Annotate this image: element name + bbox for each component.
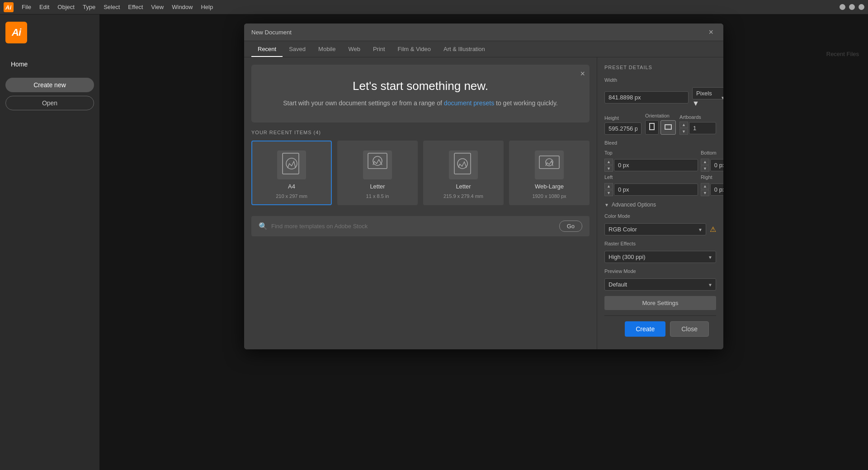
hero-title: Let's start something new. <box>262 79 579 93</box>
tab-recent[interactable]: Recent <box>251 41 283 57</box>
recent-item-size-letter-1: 11 x 8.5 in <box>366 193 389 199</box>
portrait-button[interactable] <box>645 120 659 135</box>
hero-subtitle-text-before: Start with your own document settings or… <box>283 99 444 107</box>
menu-view[interactable]: View <box>147 2 167 12</box>
menu-bar: Ai File Edit Object Type Select Effect V… <box>0 0 868 14</box>
sidebar-nav: Home <box>5 58 94 70</box>
tab-art-illustration[interactable]: Art & Illustration <box>437 41 491 57</box>
tab-web[interactable]: Web <box>342 41 367 57</box>
color-mode-select[interactable]: RGB Color CMYK Color <box>604 223 706 235</box>
ai-logo: Ai <box>5 22 27 43</box>
bleed-right-up[interactable]: ▲ <box>701 183 709 189</box>
bleed-left-up[interactable]: ▲ <box>604 183 613 189</box>
tab-saved[interactable]: Saved <box>283 41 312 57</box>
bleed-top-label: Top <box>604 150 698 155</box>
bleed-grid: Top ▲ ▼ Bottom <box>604 150 716 196</box>
tab-film-video[interactable]: Film & Video <box>392 41 437 57</box>
color-mode-row: RGB Color CMYK Color ⚠ <box>604 223 716 235</box>
recent-item-name-web-large: Web-Large <box>535 183 564 190</box>
bleed-top-down[interactable]: ▼ <box>604 165 613 172</box>
menu-select[interactable]: Select <box>100 2 123 12</box>
sidebar-item-home[interactable]: Home <box>5 58 94 70</box>
bleed-right-input[interactable] <box>710 183 723 196</box>
raster-effects-select-wrapper: High (300 ppi) Medium (150 ppi) Low (72 … <box>604 251 716 263</box>
menu-window[interactable]: Window <box>168 2 196 12</box>
bleed-label: Bleed <box>604 140 716 146</box>
restore-button[interactable] <box>849 4 855 10</box>
unit-select[interactable]: Pixels Inches Millimeters Points <box>692 87 723 99</box>
search-section: 🔍 Go <box>251 216 590 236</box>
bleed-top-input[interactable] <box>614 159 698 171</box>
window-controls <box>840 4 864 10</box>
menu-help[interactable]: Help <box>197 2 217 12</box>
main-area: Recent Files New Document × Recent Saved… <box>99 14 868 470</box>
bleed-top-up[interactable]: ▲ <box>604 159 613 165</box>
open-button[interactable]: Open <box>5 96 94 110</box>
height-input[interactable] <box>604 122 642 135</box>
raster-effects-label: Raster Effects <box>604 241 716 246</box>
more-settings-button[interactable]: More Settings <box>604 296 716 310</box>
document-presets-link[interactable]: document presets <box>444 99 494 107</box>
hero-section: × Let's start something new. Start with … <box>251 65 590 122</box>
hero-close-button[interactable]: × <box>580 69 585 79</box>
recent-item-a4[interactable]: A4 210 x 297 mm <box>251 141 332 205</box>
artboards-down-button[interactable]: ▼ <box>679 128 688 135</box>
preview-mode-select[interactable]: Default Pixel Overprint <box>604 278 716 291</box>
artboards-input[interactable] <box>689 122 716 134</box>
menu-object[interactable]: Object <box>54 2 78 12</box>
bleed-bottom-input[interactable] <box>710 159 723 171</box>
orientation-label: Orientation <box>645 113 676 118</box>
dialog-footer: Create Close <box>604 315 716 342</box>
svg-rect-6 <box>454 153 471 174</box>
recent-item-icon-letter-2 <box>449 150 478 179</box>
bleed-left-down[interactable]: ▼ <box>604 190 613 196</box>
hero-subtitle-text-after: to get working quickly. <box>494 99 558 107</box>
portrait-icon <box>649 123 655 130</box>
bleed-right-label: Right <box>701 174 723 180</box>
bleed-bottom-up[interactable]: ▲ <box>701 159 709 165</box>
recent-items-grid: A4 210 x 297 mm <box>251 141 590 205</box>
recent-item-letter-1[interactable]: Letter 11 x 8.5 in <box>337 141 418 205</box>
landscape-button[interactable] <box>660 120 676 135</box>
stock-search-input[interactable] <box>271 223 556 230</box>
orientation-group <box>645 120 676 135</box>
bleed-left-label: Left <box>604 174 698 180</box>
color-mode-section: Color Mode RGB Color CMYK Color ⚠ <box>604 213 716 235</box>
recent-item-size-a4: 210 x 297 mm <box>276 193 307 199</box>
width-input[interactable] <box>604 91 689 103</box>
width-row: Pixels Inches Millimeters Points ▼ <box>604 87 716 108</box>
advanced-chevron-icon: ▼ <box>604 202 609 207</box>
tab-print[interactable]: Print <box>367 41 392 57</box>
landscape-icon <box>665 124 672 130</box>
menu-edit[interactable]: Edit <box>36 2 53 12</box>
recent-item-letter-2[interactable]: Letter 215.9 x 279.4 mm <box>423 141 504 205</box>
artboards-up-button[interactable]: ▲ <box>679 122 688 128</box>
bleed-section: Bleed Top ▲ ▼ <box>604 140 716 196</box>
new-document-dialog: New Document × Recent Saved Mobile Web P… <box>244 24 723 349</box>
preview-mode-select-wrapper: Default Pixel Overprint <box>604 278 716 291</box>
create-new-button[interactable]: Create new <box>5 78 94 92</box>
svg-rect-8 <box>539 156 559 169</box>
close-button[interactable] <box>859 4 864 10</box>
artboards-label: Artboards <box>679 114 716 120</box>
dialog-close-x-button[interactable]: × <box>706 27 716 37</box>
advanced-options-toggle[interactable]: ▼ Advanced Options <box>604 202 716 208</box>
tab-mobile[interactable]: Mobile <box>312 41 342 57</box>
bleed-right-down[interactable]: ▼ <box>701 190 709 196</box>
close-button[interactable]: Close <box>670 321 709 337</box>
bleed-bottom-label: Bottom <box>701 150 723 155</box>
preset-details-title: PRESET DETAILS <box>604 65 716 70</box>
go-button[interactable]: Go <box>559 221 582 232</box>
svg-rect-2 <box>283 153 299 174</box>
bleed-left-input[interactable] <box>614 183 698 196</box>
raster-effects-select[interactable]: High (300 ppi) Medium (150 ppi) Low (72 … <box>604 251 716 263</box>
bleed-bottom-down[interactable]: ▼ <box>701 165 709 172</box>
minimize-button[interactable] <box>840 4 845 10</box>
recent-item-web-large[interactable]: Web-Large 1920 x 1080 px <box>509 141 590 205</box>
ai-logo-small: Ai <box>4 2 14 12</box>
menu-type[interactable]: Type <box>79 2 99 12</box>
menu-effect[interactable]: Effect <box>124 2 146 12</box>
menu-file[interactable]: File <box>18 2 35 12</box>
dialog-title: New Document <box>251 29 292 36</box>
create-button[interactable]: Create <box>625 321 665 337</box>
